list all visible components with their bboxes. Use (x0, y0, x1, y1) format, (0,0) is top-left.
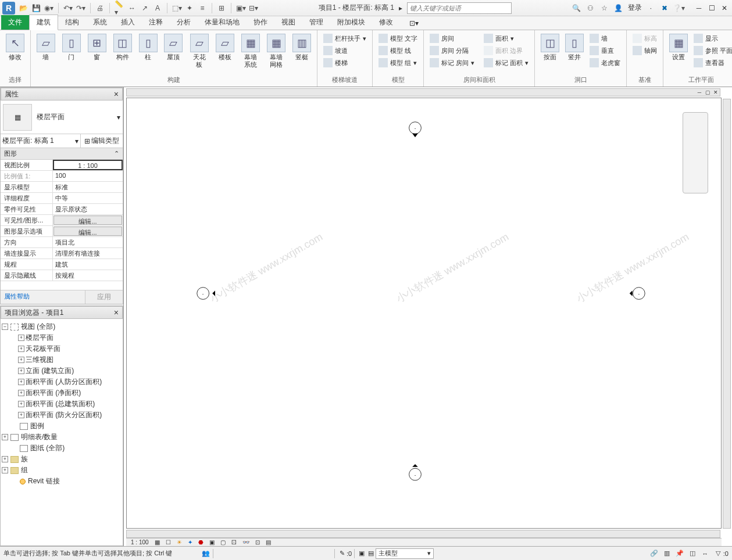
worksets-icon[interactable]: 👥 (201, 549, 210, 558)
expand-icon[interactable]: + (2, 434, 8, 440)
collapse-icon[interactable]: ⌃ (114, 150, 119, 157)
curtain-grid-button[interactable]: ▦幕墙 网格 (265, 33, 288, 74)
tree-node[interactable]: +面积平面 (总建筑面积) (2, 399, 122, 410)
community-icon[interactable]: ⚇ (586, 3, 595, 13)
prop-row[interactable]: 比例值 1:100 (1, 171, 123, 182)
column-button[interactable]: ▯柱 (137, 33, 160, 74)
vertical-opening-button[interactable]: 垂直 (587, 45, 623, 56)
shadows-icon[interactable]: ✦ (187, 539, 194, 545)
drag-elements-icon[interactable]: ↔ (701, 549, 710, 558)
tab-massing[interactable]: 体量和场地 (198, 15, 247, 30)
view-scale-button[interactable]: 1 : 100 (130, 539, 150, 545)
tab-file[interactable]: 文件 (1, 15, 29, 30)
browser-header[interactable]: 项目浏览器 - 项目1 × (1, 306, 123, 319)
visual-style-icon[interactable]: ☐ (165, 539, 172, 545)
close-hidden-icon[interactable]: ⊞ (217, 3, 226, 13)
editable-only-icon[interactable]: ✎ (337, 549, 347, 558)
tree-node[interactable]: +楼层平面 (2, 332, 122, 343)
undo-icon[interactable]: ↶▾ (63, 3, 73, 13)
tree-node[interactable]: +天花板平面 (2, 343, 122, 354)
print-icon[interactable]: 🖨 (95, 3, 105, 13)
tab-insert[interactable]: 插入 (114, 15, 142, 30)
close-icon[interactable]: × (114, 308, 119, 317)
sun-path-icon[interactable]: ☀ (176, 539, 183, 545)
tab-annotate[interactable]: 注释 (142, 15, 170, 30)
tree-node[interactable]: +面积平面 (净面积) (2, 387, 122, 399)
tree-node-sheets[interactable]: 图纸 (全部) (2, 443, 122, 454)
maximize-button[interactable]: ☐ (706, 3, 717, 13)
exclude-options-icon[interactable]: ▤ (366, 549, 376, 558)
select-face-icon[interactable]: ◫ (688, 549, 697, 558)
close-button[interactable]: ✕ (719, 3, 730, 13)
elevation-marker-south[interactable]: - (406, 464, 424, 483)
show-crop-icon[interactable]: ▢ (219, 539, 227, 545)
tab-modify[interactable]: 修改 (372, 15, 400, 30)
customize-qat-icon[interactable]: ⊟▾ (249, 3, 258, 13)
view-restore-icon[interactable]: ▢ (704, 89, 711, 95)
prop-row[interactable]: 可见性/图形...编辑... (1, 215, 123, 226)
tree-node-legends[interactable]: 图例 (2, 421, 122, 432)
tab-addins[interactable]: 附加模块 (330, 15, 372, 30)
reveal-hidden-icon[interactable]: ⊡ (254, 539, 261, 545)
grid-button[interactable]: 轴网 (630, 45, 659, 56)
expand-icon[interactable]: + (18, 379, 24, 385)
crop-view-icon[interactable]: ▣ (208, 539, 216, 545)
switch-windows-icon[interactable]: ▣▾ (236, 3, 245, 13)
tree-node-views[interactable]: −视图 (全部) (2, 321, 122, 332)
prop-value[interactable]: 编辑... (53, 227, 122, 236)
ref-plane-button[interactable]: 参照 平面 (691, 45, 732, 56)
sync-icon[interactable]: ◉▾ (44, 3, 53, 13)
prop-row[interactable]: 显示模型标准 (1, 182, 123, 193)
floor-button[interactable]: ▱楼板 (213, 33, 237, 74)
set-plane-button[interactable]: ▦设置 (667, 33, 690, 69)
app-logo[interactable]: R (2, 2, 15, 15)
select-pinned-icon[interactable]: 📌 (675, 549, 684, 558)
vertical-scrollbar[interactable] (723, 99, 731, 529)
window-button[interactable]: ⊞窗 (85, 33, 109, 74)
door-button[interactable]: ▯门 (60, 33, 83, 74)
prop-row[interactable]: 方向项目北 (1, 237, 123, 248)
filter-icon[interactable]: ▽ (713, 549, 723, 558)
prop-value[interactable]: 项目北 (53, 237, 123, 247)
prop-value[interactable]: 按规程 (53, 270, 123, 281)
select-underlay-icon[interactable]: ▥ (662, 549, 672, 558)
tree-node[interactable]: +立面 (建筑立面) (2, 365, 122, 376)
temp-hide-icon[interactable]: 👓 (241, 539, 251, 545)
props-category[interactable]: 图形 ⌃ (1, 148, 123, 160)
tree-node-groups[interactable]: +组 (2, 465, 122, 476)
prop-row[interactable]: 图形显示选项编辑... (1, 226, 123, 237)
by-face-button[interactable]: ◫按面 (538, 33, 562, 69)
modify-button[interactable]: ↖ 修改 (3, 33, 27, 74)
search-input[interactable] (407, 2, 512, 14)
elevation-marker-east[interactable]: - (627, 284, 645, 303)
elevation-marker-west[interactable]: - (197, 284, 215, 303)
wall-opening-button[interactable]: 墙 (587, 33, 623, 44)
tab-systems[interactable]: 系统 (86, 15, 114, 30)
tree-node[interactable]: +面积平面 (防火分区面积) (2, 410, 122, 421)
text-icon[interactable]: A (153, 3, 162, 13)
collapse-icon[interactable]: − (2, 324, 8, 330)
drawing-canvas[interactable]: 小小软件迷 www.xxrjm.com 小小软件迷 www.xxrjm.com … (126, 98, 722, 529)
ribbon-context-icon[interactable]: ⊡▾ (405, 17, 423, 30)
section-icon[interactable]: ✦ (185, 3, 194, 13)
properties-help-link[interactable]: 属性帮助 (1, 290, 85, 304)
room-button[interactable]: 房间 (427, 33, 477, 44)
signin-label[interactable]: 登录 (628, 3, 642, 13)
infocenter-arrow-icon[interactable]: ▸ (399, 4, 402, 12)
view-minimize-icon[interactable]: ─ (696, 89, 703, 95)
prop-value[interactable]: 编辑... (53, 216, 122, 225)
tab-view[interactable]: 视图 (274, 15, 302, 30)
expand-icon[interactable]: + (18, 412, 24, 418)
select-links-icon[interactable]: 🔗 (649, 549, 659, 558)
roof-button[interactable]: ▱屋顶 (162, 33, 185, 74)
tag-area-button[interactable]: 标记 面积 ▾ (481, 57, 531, 69)
room-separator-button[interactable]: 房间 分隔 (427, 45, 477, 56)
type-selector[interactable]: ▦ 楼层平面 ▾ (1, 100, 123, 134)
curtain-system-button[interactable]: ▦幕墙 系统 (239, 33, 262, 74)
model-group-button[interactable]: 模型 组 ▾ (376, 57, 420, 69)
save-icon[interactable]: 💾 (31, 3, 41, 13)
3d-icon[interactable]: ⬚▾ (172, 3, 181, 13)
thin-lines-icon[interactable]: ≡ (198, 3, 207, 13)
prop-row[interactable]: 零件可见性显示原状态 (1, 204, 123, 215)
tree-node-links[interactable]: Revit 链接 (2, 476, 122, 487)
